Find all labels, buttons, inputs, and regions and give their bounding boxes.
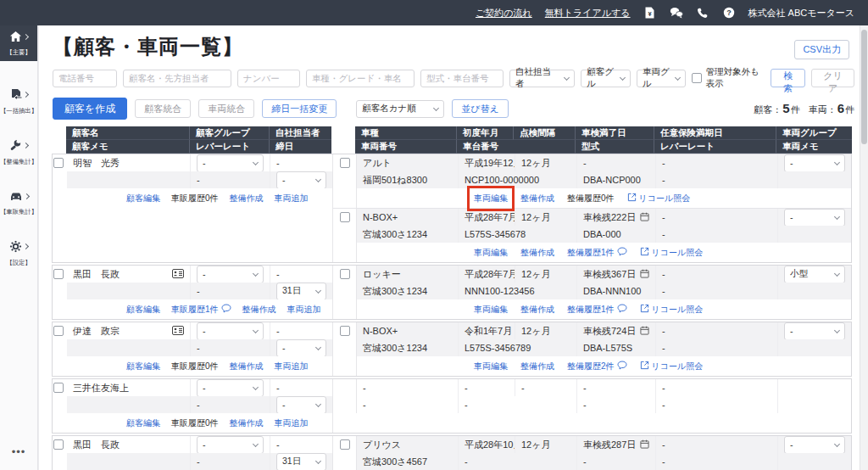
vehicle-maintenance-create-link[interactable]: 整備作成 — [520, 304, 554, 316]
recall-link[interactable]: リコール照会 — [640, 361, 704, 372]
merge-customer-button[interactable]: 顧客統合 — [135, 99, 191, 118]
sort-button[interactable]: 並び替え — [452, 99, 509, 118]
contract-flow-link[interactable]: ご契約の流れ — [476, 7, 532, 20]
closing-date-select[interactable]: - — [276, 339, 326, 356]
model-cell: ロッキー — [357, 266, 459, 283]
vehicle-checkbox[interactable] — [340, 212, 350, 222]
first-registration-cell: 平成19年12月 — [459, 154, 515, 171]
closing-date-select[interactable]: 31日 — [276, 453, 326, 470]
merge-vehicle-button[interactable]: 車両統合 — [198, 99, 254, 118]
customer-group-select[interactable]: - — [197, 154, 264, 171]
sort-order-select[interactable]: 顧客名カナ順 — [356, 100, 444, 118]
closing-date-select[interactable]: - — [276, 396, 326, 413]
customer-checkbox[interactable] — [53, 269, 64, 279]
vertical-scrollbar[interactable] — [860, 25, 868, 470]
vehicle-group-select[interactable]: - — [784, 154, 845, 171]
vehicle-edit-link[interactable]: 車両編集 — [474, 247, 508, 259]
vehicle-group-select[interactable]: - — [784, 436, 845, 453]
vehicle-group-select[interactable]: - — [784, 322, 845, 339]
maintenance-history-link[interactable]: 整備履歴1件 — [567, 247, 627, 259]
customer-edit-link[interactable]: 顧客編集 — [126, 193, 160, 204]
customer-group-select[interactable]: - — [197, 379, 264, 396]
calendar-icon[interactable] — [640, 212, 649, 223]
recall-link[interactable]: リコール照会 — [627, 193, 691, 204]
vehicle-checkbox[interactable] — [340, 158, 350, 168]
vehicle-add-link[interactable]: 車両追加 — [287, 304, 321, 316]
type-chassis-search-input[interactable] — [420, 70, 504, 87]
maintenance-create-link[interactable]: 整備作成 — [230, 417, 264, 429]
clear-button[interactable]: クリア — [811, 69, 854, 87]
customer-group-filter-select[interactable]: 顧客グル — [581, 70, 631, 87]
sidebar-more-button[interactable]: ••• — [0, 445, 37, 458]
customer-actions: 顧客編集 車販履歴0件 整備作成 車両追加 — [67, 413, 332, 433]
vehicle-checkbox[interactable] — [340, 439, 350, 450]
free-trial-link[interactable]: 無料トライアルする — [545, 7, 631, 20]
sales-history-link[interactable]: 車販履歴0件 — [171, 361, 219, 372]
recall-link[interactable]: リコール照会 — [640, 247, 704, 259]
maintenance-history-link[interactable]: 整備履歴1件 — [567, 304, 627, 316]
vehicle-maintenance-create-link[interactable]: 整備作成 — [520, 247, 554, 259]
type-cell: DBA-NCP000 — [577, 171, 656, 188]
vehicle-group-select[interactable]: - — [784, 209, 845, 226]
vehicle-edit-link[interactable]: 車両編集 — [474, 304, 508, 316]
vehicle-edit-link[interactable]: 車両編集 — [474, 361, 508, 372]
customer-checkbox[interactable] — [53, 439, 64, 450]
sidebar-item-maintenance-summary[interactable]: 【整備集計】 — [0, 134, 37, 171]
closing-date-select[interactable]: - — [276, 171, 326, 188]
vehicle-labor-rate-cell: - — [656, 171, 778, 188]
csv-export-button[interactable]: CSV出力 — [794, 40, 849, 59]
vehicle-group-filter-select[interactable]: 車両グル — [637, 70, 687, 87]
maintenance-create-link[interactable]: 整備作成 — [242, 304, 276, 316]
vehicle-edit-link[interactable]: 車両編集 — [474, 193, 508, 204]
calendar-icon[interactable] — [640, 326, 649, 337]
vehicle-maintenance-create-link[interactable]: 整備作成 — [520, 193, 554, 204]
recall-link[interactable]: リコール照会 — [640, 304, 704, 316]
closing-date-select[interactable]: 31日 — [276, 283, 326, 299]
maintenance-create-link[interactable]: 整備作成 — [230, 193, 264, 204]
vehicle-add-link[interactable]: 車両追加 — [275, 193, 309, 204]
sales-history-link[interactable]: 車販履歴1件 — [171, 304, 231, 316]
sales-history-link[interactable]: 車販履歴0件 — [171, 417, 219, 429]
vehicle-add-link[interactable]: 車両追加 — [275, 417, 309, 429]
maintenance-history-link[interactable]: 整備履歴2件 — [567, 361, 627, 372]
calendar-icon[interactable] — [640, 439, 649, 450]
vehicle-add-link[interactable]: 車両追加 — [275, 361, 309, 372]
vehicle-maintenance-create-link[interactable]: 整備作成 — [520, 361, 554, 372]
customer-name-search-input[interactable] — [123, 70, 231, 87]
customer-edit-link[interactable]: 顧客編集 — [126, 417, 160, 429]
create-customer-button[interactable]: 顧客を作成 — [53, 98, 127, 120]
col-first-registration: 初度年月 — [457, 126, 514, 140]
vehicle-checkbox[interactable] — [340, 269, 350, 279]
sidebar-item-settings[interactable]: 【設定】 — [0, 235, 37, 271]
customer-group-select[interactable]: - — [197, 436, 264, 453]
sidebar-item-batch-extract[interactable]: 【一括抽出】 — [0, 83, 37, 120]
plate-number-search-input[interactable] — [237, 70, 300, 87]
customer-checkbox[interactable] — [53, 326, 64, 336]
customer-edit-link[interactable]: 顧客編集 — [126, 361, 160, 372]
staff-cell: - — [270, 379, 332, 396]
closing-date-batch-button[interactable]: 締日一括変更 — [262, 99, 337, 118]
customer-group-select[interactable]: - — [197, 322, 264, 339]
model-search-input[interactable] — [306, 70, 415, 87]
maintenance-create-link[interactable]: 整備作成 — [230, 361, 264, 372]
search-button[interactable]: 検索 — [771, 69, 805, 87]
vehicle-checkbox[interactable] — [340, 326, 350, 336]
chat-icon[interactable] — [670, 6, 683, 20]
staff-select[interactable]: 自社担当者 — [509, 70, 575, 87]
show-unmanaged-checkbox[interactable] — [692, 73, 702, 83]
customer-edit-link[interactable]: 顧客編集 — [126, 304, 160, 316]
sidebar-item-car-sales-summary[interactable]: 【車販集計】 — [0, 185, 37, 221]
customer-checkbox[interactable] — [53, 383, 64, 393]
help-icon[interactable]: ? — [722, 6, 736, 20]
calendar-icon[interactable] — [640, 269, 649, 280]
sidebar-item-main[interactable]: 【主要】 — [0, 25, 37, 61]
scrollbar-thumb[interactable] — [861, 30, 867, 144]
maintenance-history-link[interactable]: 整備履歴0件 — [567, 193, 615, 204]
customer-group-select[interactable]: - — [197, 266, 264, 283]
phone-search-input[interactable] — [53, 70, 117, 87]
phone-icon[interactable] — [696, 6, 709, 20]
invoice-icon[interactable]: ¥ — [643, 6, 657, 20]
vehicle-group-select[interactable]: 小型 — [784, 266, 845, 283]
sales-history-link[interactable]: 車販履歴0件 — [171, 193, 219, 204]
customer-checkbox[interactable] — [53, 158, 64, 168]
